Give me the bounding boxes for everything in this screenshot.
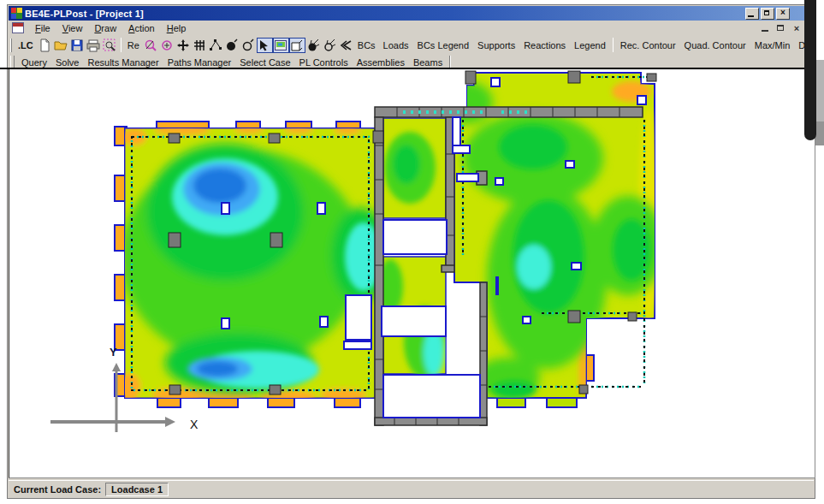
results-manager-button[interactable]: Results Manager — [84, 56, 163, 68]
zoom-region-icon[interactable] — [102, 38, 118, 53]
mdi-minimize-button[interactable] — [761, 24, 771, 33]
zoom-window-icon[interactable] — [143, 38, 159, 53]
hollow-node-icon[interactable] — [240, 38, 257, 53]
close-button[interactable]: × — [776, 8, 790, 20]
wall-corridor-left — [375, 117, 383, 425]
wall-corridor-right-lower — [480, 282, 487, 425]
zoom-extents-icon[interactable] — [159, 38, 175, 53]
open-folder-icon[interactable] — [53, 38, 69, 53]
pan-icon[interactable] — [175, 38, 192, 53]
corner-tool-icon[interactable] — [289, 38, 305, 53]
main-toolbar: .LC Re BCs Loads BCs Legend Supports — [9, 35, 814, 56]
re-button[interactable]: Re — [124, 39, 143, 51]
opening-stair-lower — [383, 375, 480, 418]
reactions-button[interactable]: Reactions — [519, 39, 570, 51]
app-icon — [11, 8, 22, 19]
grid-icon[interactable] — [192, 38, 208, 53]
opening-left-slab-edge-slot — [344, 341, 371, 349]
corridor-room-upper-contours — [384, 132, 436, 204]
pointer-tool-icon[interactable] — [257, 38, 273, 53]
filled-node-loads-icon[interactable] — [305, 38, 322, 53]
menu-draw[interactable]: Draw — [88, 22, 122, 34]
menu-bar: File View Draw Action Help × — [9, 21, 814, 35]
x-axis-label: X — [190, 418, 199, 431]
window-title: BE4E-PLPost - [Project 1] — [25, 9, 144, 19]
multi-arrow-icon[interactable] — [338, 38, 354, 53]
contour-plot: Y X — [9, 69, 815, 477]
opening-stair-middle — [382, 306, 446, 336]
contour-plot-icon[interactable] — [273, 38, 289, 53]
paths-manager-button[interactable]: Paths Manager — [163, 56, 236, 68]
toolbar-grip[interactable] — [10, 39, 12, 52]
status-bar: Current Load Case: Loadcase 1 — [9, 480, 814, 497]
drawing-canvas[interactable]: Y X — [9, 69, 815, 478]
title-bar[interactable]: BE4E-PLPost - [Project 1] × — [9, 6, 814, 21]
print-icon[interactable] — [86, 38, 102, 53]
select-case-button[interactable]: Select Case — [235, 56, 294, 68]
menu-help[interactable]: Help — [161, 22, 193, 34]
opening-l-slot-horizontal — [453, 145, 470, 153]
filled-node-icon[interactable] — [224, 38, 240, 53]
menu-file[interactable]: File — [29, 22, 56, 34]
loads-button[interactable]: Loads — [379, 39, 413, 51]
opening-left-slab-edge — [346, 295, 371, 340]
hollow-node-loads-icon[interactable] — [322, 38, 338, 53]
new-document-icon[interactable] — [37, 38, 53, 53]
opening-stair-upper — [383, 220, 447, 254]
overlay-window-scrollblock-dark — [815, 122, 824, 145]
lc-button[interactable]: .LC — [15, 39, 37, 51]
beam-marker — [495, 276, 499, 295]
pl-controls-button[interactable]: PL Controls — [295, 56, 353, 68]
bcs-button[interactable]: BCs — [354, 39, 379, 51]
supports-button[interactable]: Supports — [473, 39, 519, 51]
load-case-value[interactable]: Loadcase 1 — [105, 483, 169, 496]
quad-contour-button[interactable]: Quad. Contour — [680, 39, 750, 51]
rec-contour-button[interactable]: Rec. Contour — [616, 39, 680, 51]
overlay-dark-strip — [804, 0, 816, 140]
menu-view[interactable]: View — [56, 22, 89, 34]
screen: BE4E-PLPost - [Project 1] × File View Dr… — [0, 0, 824, 504]
mdi-close-button[interactable]: × — [791, 24, 802, 33]
beams-button[interactable]: Beams — [409, 56, 447, 68]
window-caption-buttons: × — [745, 8, 790, 20]
query-button[interactable]: Query — [17, 56, 51, 68]
wall-stub — [442, 265, 454, 272]
mdi-restore-button[interactable] — [776, 24, 786, 33]
document-icon[interactable] — [12, 22, 24, 33]
y-axis-label: Y — [110, 346, 117, 359]
left-slab-contours — [118, 125, 389, 402]
minimize-button[interactable] — [745, 8, 759, 20]
maxmin-button[interactable]: Max/Min — [750, 39, 795, 51]
toolbar-separator — [613, 38, 614, 52]
overlay-window-scrollblock — [815, 60, 824, 122]
save-icon[interactable] — [69, 38, 86, 53]
menu-action[interactable]: Action — [122, 22, 161, 34]
restore-button[interactable] — [761, 8, 774, 20]
solve-button[interactable]: Solve — [51, 56, 84, 68]
assemblies-button[interactable]: Assemblies — [353, 56, 409, 68]
legend-button[interactable]: Legend — [570, 39, 610, 51]
opening-beam-slot — [457, 174, 478, 181]
node-numbers-icon[interactable] — [208, 38, 224, 53]
mdi-caption-buttons: × — [761, 21, 802, 35]
bcs-legend-button[interactable]: BCs Legend — [413, 39, 474, 51]
wall-corridor-bottom — [375, 418, 487, 425]
current-load-case-label: Current Load Case: — [14, 484, 101, 495]
toolbar-separator — [121, 38, 122, 52]
